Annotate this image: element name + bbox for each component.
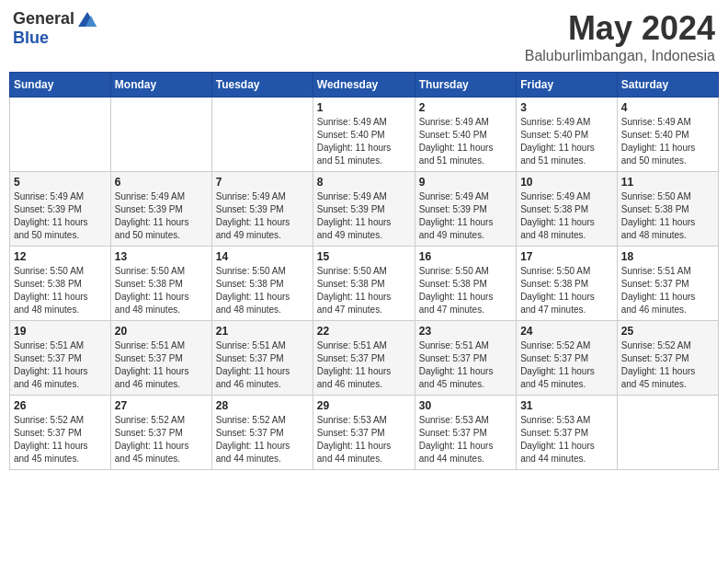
day-number: 5 <box>14 176 107 189</box>
calendar-cell: 19Sunrise: 5:51 AM Sunset: 5:37 PM Dayli… <box>10 321 111 396</box>
weekday-header-wednesday: Wednesday <box>313 73 415 98</box>
day-info: Sunrise: 5:50 AM Sunset: 5:38 PM Dayligh… <box>216 265 309 316</box>
calendar-week-2: 5Sunrise: 5:49 AM Sunset: 5:39 PM Daylig… <box>10 172 719 247</box>
calendar-cell: 1Sunrise: 5:49 AM Sunset: 5:40 PM Daylig… <box>313 98 415 172</box>
day-number: 6 <box>115 176 208 189</box>
calendar-cell: 28Sunrise: 5:52 AM Sunset: 5:37 PM Dayli… <box>211 396 313 470</box>
day-number: 11 <box>621 176 714 189</box>
weekday-header-tuesday: Tuesday <box>211 73 313 98</box>
calendar-cell <box>617 396 718 470</box>
calendar-cell: 26Sunrise: 5:52 AM Sunset: 5:37 PM Dayli… <box>10 396 111 470</box>
weekday-header-saturday: Saturday <box>617 73 718 98</box>
calendar-week-5: 26Sunrise: 5:52 AM Sunset: 5:37 PM Dayli… <box>10 396 719 470</box>
calendar-cell: 14Sunrise: 5:50 AM Sunset: 5:38 PM Dayli… <box>211 247 313 321</box>
day-info: Sunrise: 5:52 AM Sunset: 5:37 PM Dayligh… <box>14 414 107 465</box>
day-info: Sunrise: 5:49 AM Sunset: 5:38 PM Dayligh… <box>520 190 613 242</box>
day-info: Sunrise: 5:51 AM Sunset: 5:37 PM Dayligh… <box>115 339 208 391</box>
day-info: Sunrise: 5:53 AM Sunset: 5:37 PM Dayligh… <box>317 414 411 465</box>
calendar-cell: 29Sunrise: 5:53 AM Sunset: 5:37 PM Dayli… <box>313 396 415 470</box>
calendar-cell: 12Sunrise: 5:50 AM Sunset: 5:38 PM Dayli… <box>10 247 111 321</box>
logo-blue-text: Blue <box>13 29 49 48</box>
calendar-cell: 8Sunrise: 5:49 AM Sunset: 5:39 PM Daylig… <box>313 172 415 247</box>
calendar-cell: 16Sunrise: 5:50 AM Sunset: 5:38 PM Dayli… <box>415 247 516 321</box>
day-number: 30 <box>419 399 512 412</box>
day-number: 22 <box>317 325 411 338</box>
day-info: Sunrise: 5:50 AM Sunset: 5:38 PM Dayligh… <box>317 265 411 316</box>
day-info: Sunrise: 5:53 AM Sunset: 5:37 PM Dayligh… <box>520 414 613 465</box>
calendar-cell: 13Sunrise: 5:50 AM Sunset: 5:38 PM Dayli… <box>110 247 211 321</box>
day-info: Sunrise: 5:52 AM Sunset: 5:37 PM Dayligh… <box>216 414 309 465</box>
day-info: Sunrise: 5:52 AM Sunset: 5:37 PM Dayligh… <box>520 339 613 391</box>
day-number: 12 <box>14 250 107 263</box>
day-number: 8 <box>317 176 411 189</box>
day-number: 3 <box>520 101 613 114</box>
day-info: Sunrise: 5:51 AM Sunset: 5:37 PM Dayligh… <box>14 339 107 391</box>
day-info: Sunrise: 5:49 AM Sunset: 5:40 PM Dayligh… <box>419 116 512 167</box>
day-number: 24 <box>520 325 613 338</box>
day-number: 28 <box>216 399 309 412</box>
day-number: 19 <box>14 325 107 338</box>
day-info: Sunrise: 5:50 AM Sunset: 5:38 PM Dayligh… <box>520 265 613 316</box>
calendar-week-4: 19Sunrise: 5:51 AM Sunset: 5:37 PM Dayli… <box>10 321 719 396</box>
day-info: Sunrise: 5:49 AM Sunset: 5:39 PM Dayligh… <box>115 190 208 242</box>
calendar-cell: 10Sunrise: 5:49 AM Sunset: 5:38 PM Dayli… <box>517 172 618 247</box>
calendar-cell: 5Sunrise: 5:49 AM Sunset: 5:39 PM Daylig… <box>10 172 111 247</box>
day-number: 1 <box>317 101 411 114</box>
calendar-cell <box>10 98 111 172</box>
day-number: 21 <box>216 325 309 338</box>
day-number: 9 <box>419 176 512 189</box>
weekday-header-friday: Friday <box>517 73 618 98</box>
day-info: Sunrise: 5:52 AM Sunset: 5:37 PM Dayligh… <box>621 339 714 391</box>
weekday-header-sunday: Sunday <box>10 73 111 98</box>
day-number: 15 <box>317 250 411 263</box>
logo-general-text: General <box>13 9 74 29</box>
day-number: 26 <box>14 399 107 412</box>
day-info: Sunrise: 5:49 AM Sunset: 5:40 PM Dayligh… <box>317 116 411 167</box>
calendar-cell: 31Sunrise: 5:53 AM Sunset: 5:37 PM Dayli… <box>517 396 618 470</box>
page-header: General Blue May 2024 Baluburlimbangan, … <box>9 9 719 64</box>
day-number: 23 <box>419 325 512 338</box>
logo-icon <box>78 12 97 27</box>
day-number: 17 <box>520 250 613 263</box>
calendar-cell: 6Sunrise: 5:49 AM Sunset: 5:39 PM Daylig… <box>110 172 211 247</box>
day-number: 20 <box>115 325 208 338</box>
calendar-cell: 4Sunrise: 5:49 AM Sunset: 5:40 PM Daylig… <box>617 98 718 172</box>
weekday-header-monday: Monday <box>110 73 211 98</box>
calendar-cell: 7Sunrise: 5:49 AM Sunset: 5:39 PM Daylig… <box>211 172 313 247</box>
month-title: May 2024 <box>525 9 715 48</box>
calendar-cell: 21Sunrise: 5:51 AM Sunset: 5:37 PM Dayli… <box>211 321 313 396</box>
day-number: 10 <box>520 176 613 189</box>
calendar-cell: 22Sunrise: 5:51 AM Sunset: 5:37 PM Dayli… <box>313 321 415 396</box>
day-number: 7 <box>216 176 309 189</box>
calendar-cell <box>211 98 313 172</box>
calendar-cell: 15Sunrise: 5:50 AM Sunset: 5:38 PM Dayli… <box>313 247 415 321</box>
day-info: Sunrise: 5:49 AM Sunset: 5:40 PM Dayligh… <box>520 116 613 167</box>
calendar-cell: 20Sunrise: 5:51 AM Sunset: 5:37 PM Dayli… <box>110 321 211 396</box>
day-number: 2 <box>419 101 512 114</box>
calendar-table: SundayMondayTuesdayWednesdayThursdayFrid… <box>9 72 719 470</box>
calendar-cell: 3Sunrise: 5:49 AM Sunset: 5:40 PM Daylig… <box>517 98 618 172</box>
calendar-cell: 23Sunrise: 5:51 AM Sunset: 5:37 PM Dayli… <box>415 321 516 396</box>
day-info: Sunrise: 5:51 AM Sunset: 5:37 PM Dayligh… <box>317 339 411 391</box>
calendar-cell: 25Sunrise: 5:52 AM Sunset: 5:37 PM Dayli… <box>617 321 718 396</box>
calendar-cell: 11Sunrise: 5:50 AM Sunset: 5:38 PM Dayli… <box>617 172 718 247</box>
day-info: Sunrise: 5:50 AM Sunset: 5:38 PM Dayligh… <box>621 190 714 242</box>
calendar-cell: 17Sunrise: 5:50 AM Sunset: 5:38 PM Dayli… <box>517 247 618 321</box>
location-title: Baluburlimbangan, Indonesia <box>525 48 715 64</box>
day-number: 25 <box>621 325 714 338</box>
calendar-cell: 24Sunrise: 5:52 AM Sunset: 5:37 PM Dayli… <box>517 321 618 396</box>
day-info: Sunrise: 5:51 AM Sunset: 5:37 PM Dayligh… <box>621 265 714 316</box>
calendar-cell: 2Sunrise: 5:49 AM Sunset: 5:40 PM Daylig… <box>415 98 516 172</box>
day-info: Sunrise: 5:49 AM Sunset: 5:40 PM Dayligh… <box>621 116 714 167</box>
weekday-header-thursday: Thursday <box>415 73 516 98</box>
day-number: 31 <box>520 399 613 412</box>
calendar-cell: 18Sunrise: 5:51 AM Sunset: 5:37 PM Dayli… <box>617 247 718 321</box>
day-info: Sunrise: 5:51 AM Sunset: 5:37 PM Dayligh… <box>419 339 512 391</box>
day-info: Sunrise: 5:53 AM Sunset: 5:37 PM Dayligh… <box>419 414 512 465</box>
day-info: Sunrise: 5:49 AM Sunset: 5:39 PM Dayligh… <box>419 190 512 242</box>
title-section: May 2024 Baluburlimbangan, Indonesia <box>525 9 715 64</box>
calendar-cell: 9Sunrise: 5:49 AM Sunset: 5:39 PM Daylig… <box>415 172 516 247</box>
day-info: Sunrise: 5:50 AM Sunset: 5:38 PM Dayligh… <box>419 265 512 316</box>
day-number: 13 <box>115 250 208 263</box>
day-number: 18 <box>621 250 714 263</box>
